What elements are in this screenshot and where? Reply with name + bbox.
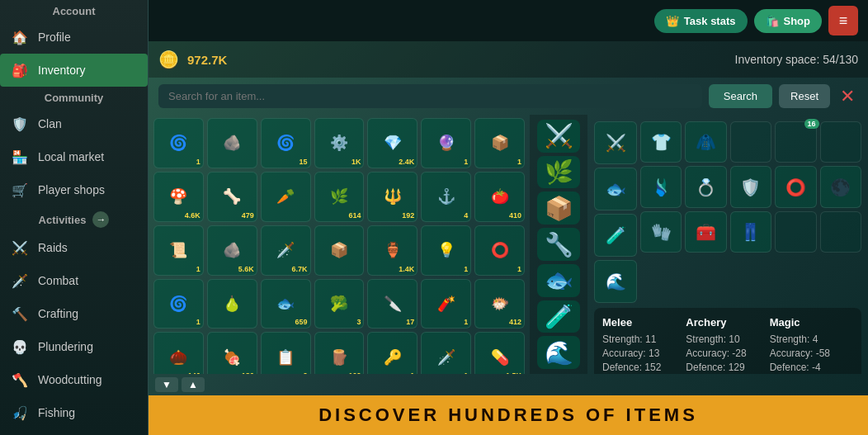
grid-cell[interactable]: 🪵109 (314, 332, 365, 374)
grid-cell[interactable]: 🥕 (261, 172, 311, 222)
scroll-down-button[interactable]: ▼ (155, 377, 178, 392)
grid-cell[interactable]: 🧨1 (421, 279, 471, 329)
item-icon: 🦴 (223, 189, 241, 204)
grid-cell[interactable]: 🍖186 (207, 332, 257, 374)
grid-cell[interactable]: 💊1.5K (474, 332, 525, 374)
equip-slot[interactable]: 🧤 (640, 211, 682, 253)
grid-cell[interactable]: 🗡️6.7K (261, 225, 311, 276)
selected-item[interactable]: 📦 (537, 191, 580, 225)
grid-cell[interactable]: 💎2.4K (367, 118, 417, 168)
grid-cell[interactable]: 🌿614 (314, 172, 365, 222)
equip-slot[interactable]: 🩱 (640, 166, 682, 207)
grid-cell[interactable]: 💡1 (421, 225, 471, 276)
item-count: 1.4K (399, 265, 414, 273)
sidebar-item-plundering[interactable]: 💀 Plundering (0, 330, 148, 363)
equip-slot[interactable]: 🧥 (685, 121, 726, 163)
grid-cell[interactable]: 📦1 (474, 118, 525, 168)
selected-item[interactable]: 🌊 (537, 336, 580, 369)
close-button[interactable]: ✕ (837, 86, 858, 107)
scroll-up-button[interactable]: ▲ (182, 377, 205, 392)
grid-cell[interactable]: 📦 (314, 225, 365, 276)
sidebar-item-crafting[interactable]: 🔨 Crafting (0, 297, 148, 330)
sidebar-item-player-shops[interactable]: 🛒 Player shops (0, 173, 148, 206)
selected-item[interactable]: 🌿 (537, 156, 580, 189)
grid-cell[interactable]: 🌀1 (153, 118, 204, 168)
sidebar-item-fishing[interactable]: 🎣 Fishing (0, 396, 148, 429)
item-count: 1 (464, 318, 468, 326)
grid-cell[interactable]: 🌀1 (153, 279, 204, 329)
tool-slot[interactable]: 🐟 (594, 168, 637, 210)
grid-cell[interactable]: 🗡️1 (421, 332, 471, 374)
sidebar-item-local-market[interactable]: 🏪 Local market (0, 140, 148, 173)
fish-slot[interactable]: 🌊 (594, 260, 637, 303)
grid-cell[interactable]: 🔮1 (421, 118, 471, 168)
activities-arrow[interactable]: → (92, 211, 109, 228)
grid-cell[interactable]: 🐟659 (261, 279, 311, 329)
weapon-slot[interactable]: ⚔️ (594, 121, 637, 164)
equip-slot[interactable]: 👖 (730, 211, 771, 253)
grid-cell[interactable]: 🪨5.6K (207, 225, 257, 276)
equip-slot[interactable] (730, 121, 771, 163)
search-input[interactable] (158, 84, 702, 108)
item-icon: 🏺 (384, 243, 402, 258)
grid-cell[interactable]: 🍅410 (474, 172, 525, 222)
equip-slot[interactable] (820, 121, 861, 163)
equip-slot[interactable]: 💍 (685, 166, 726, 207)
item-icon: 🍄 (169, 189, 187, 204)
grid-cell[interactable]: ⚓4 (421, 172, 471, 222)
item-icon: 📜 (169, 243, 187, 258)
equipment-grid: 👕🧥16🩱💍🛡️⭕🌑🧤🧰👖 (640, 121, 861, 303)
grid-cell[interactable]: ⭕1 (474, 225, 525, 276)
grid-cell[interactable]: ⚙️1K (314, 118, 365, 168)
grid-cell[interactable]: 🍄4.6K (153, 172, 204, 222)
equip-slot[interactable]: 16 (775, 121, 816, 163)
grid-cell[interactable]: 🥦3 (314, 279, 365, 329)
equip-slot[interactable] (775, 211, 816, 253)
shop-icon: 🛒 (10, 180, 30, 200)
grid-cell[interactable]: 🐡412 (474, 279, 525, 329)
sidebar-item-profile[interactable]: 🏠 Profile (0, 21, 148, 54)
grid-cell[interactable]: 🍐 (207, 279, 257, 329)
item-count: 186 (242, 371, 254, 374)
sidebar-item-clan[interactable]: 🛡️ Clan (0, 107, 148, 140)
reset-button[interactable]: Reset (779, 84, 830, 108)
equip-slot[interactable]: ⭕ (775, 166, 816, 207)
equip-slot[interactable] (820, 211, 861, 253)
gold-amount: 972.7K (187, 53, 227, 67)
selected-item[interactable]: ⚔️ (537, 120, 580, 153)
grid-cell[interactable]: 🌀15 (261, 118, 311, 168)
item-count: 410 (509, 211, 521, 220)
task-stats-button[interactable]: 👑 Task stats (654, 9, 748, 33)
sidebar-item-combat[interactable]: 🗡️ Combat (0, 264, 148, 297)
selected-item[interactable]: 🔧 (537, 228, 580, 261)
equip-slot[interactable]: 🛡️ (730, 166, 771, 207)
sidebar-item-woodcutting[interactable]: 🪓 Woodcutting (0, 363, 148, 396)
grid-cell[interactable]: 🪨 (207, 118, 257, 168)
grid-cell[interactable]: 🔪17 (367, 279, 417, 329)
search-button[interactable]: Search (709, 84, 772, 108)
sidebar-item-label: Raids (38, 241, 68, 254)
equip-slot[interactable]: 🌑 (820, 166, 861, 207)
potion-slot[interactable]: 🧪 (594, 214, 637, 257)
equipment-main-slots: ⚔️ 🐟 🧪 🌊 (594, 121, 637, 303)
sidebar-item-label: Fishing (38, 406, 75, 419)
grid-cell[interactable]: 📜1 (153, 225, 204, 276)
shop-button[interactable]: 🛍️ Shop (754, 9, 823, 33)
equip-slot[interactable]: 🧰 (685, 211, 726, 253)
banner-text: DISCOVER HUNDREDS OF ITEMS (318, 404, 698, 426)
equip-slot[interactable]: 👕 (640, 121, 682, 163)
grid-cell[interactable]: 🦴479 (207, 172, 257, 222)
sidebar-item-inventory[interactable]: 🎒 Inventory (0, 54, 148, 87)
selected-item[interactable]: 🐟 (537, 264, 580, 297)
grid-cell[interactable]: 🏺1.4K (367, 225, 417, 276)
grid-cell[interactable]: 🔱192 (367, 172, 417, 222)
grid-cell[interactable]: 🌰146 (153, 332, 204, 374)
menu-button[interactable]: ≡ (828, 6, 858, 35)
grid-cell[interactable]: 🔑1 (367, 332, 417, 374)
item-count: 4 (464, 211, 468, 220)
item-icon: 🌀 (169, 296, 187, 311)
grid-cell[interactable]: 📋2 (261, 332, 311, 374)
selected-item[interactable]: 🧪 (537, 300, 580, 333)
sidebar-item-raids[interactable]: ⚔️ Raids (0, 231, 148, 264)
item-count: 2 (304, 371, 308, 374)
